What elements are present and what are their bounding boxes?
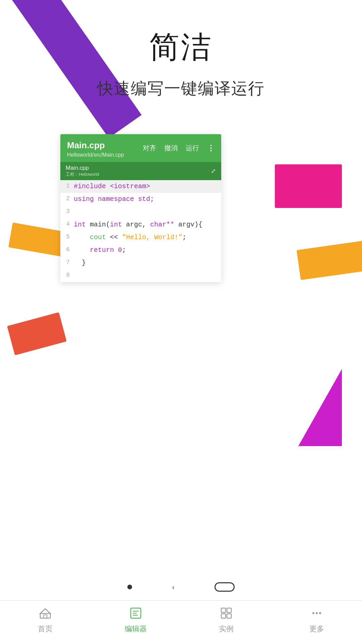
editor-toolbar: Main.cpp Helloworld/src/Main.cpp 对齐 撤消 运… <box>60 134 221 162</box>
svg-point-12 <box>319 612 321 614</box>
editor-card: Main.cpp Helloworld/src/Main.cpp 对齐 撤消 运… <box>60 134 221 282</box>
run-button[interactable]: 运行 <box>186 144 199 153</box>
tab-filename: Main.cpp <box>66 165 99 171</box>
nav-label-more: 更多 <box>309 624 324 634</box>
code-line-8: 8 <box>60 269 221 282</box>
code-area: 1 #include <iostream> 2 using namespace … <box>60 180 221 282</box>
code-line-7: 7 } <box>60 257 221 269</box>
code-line-6: 6 return 0; <box>60 244 221 257</box>
svg-rect-6 <box>221 608 226 612</box>
more-button[interactable]: ⋮ <box>207 144 215 153</box>
system-dot <box>127 585 132 589</box>
code-line-3: 3 <box>60 206 221 218</box>
nav-label-examples: 实例 <box>219 624 234 634</box>
svg-rect-0 <box>40 613 50 618</box>
svg-rect-7 <box>227 608 231 612</box>
nav-label-editor: 编辑器 <box>125 624 147 634</box>
code-line-1: 1 #include <iostream> <box>60 180 221 193</box>
examples-icon <box>218 604 235 622</box>
system-home[interactable] <box>215 582 235 592</box>
svg-point-11 <box>316 612 318 614</box>
deco-orange-right-strip <box>297 240 362 280</box>
svg-rect-1 <box>44 615 47 618</box>
svg-rect-8 <box>221 614 226 618</box>
bottom-nav: 首页 编辑器 实例 <box>0 600 362 644</box>
nav-item-more[interactable]: 更多 <box>300 604 334 634</box>
more-nav-icon <box>308 604 325 622</box>
nav-label-home: 首页 <box>38 624 53 634</box>
editor-file-title: Main.cpp <box>67 140 124 151</box>
system-back[interactable]: ‹ <box>172 583 175 591</box>
system-bar: ‹ <box>0 577 362 597</box>
undo-button[interactable]: 撤消 <box>164 144 178 153</box>
nav-item-home[interactable]: 首页 <box>28 604 62 634</box>
editor-icon <box>127 604 144 622</box>
editor-file-path: Helloworld/src/Main.cpp <box>67 152 124 158</box>
svg-rect-9 <box>227 614 231 618</box>
editor-tab-bar: Main.cpp 工程：Helloworld ⤢ <box>60 162 221 180</box>
align-button[interactable]: 对齐 <box>143 144 156 153</box>
expand-button[interactable]: ⤢ <box>211 167 216 175</box>
svg-point-10 <box>312 612 314 614</box>
nav-item-editor[interactable]: 编辑器 <box>119 604 153 634</box>
code-line-5: 5 cout << "Hello, World!"; <box>60 231 221 244</box>
deco-red-shape <box>7 312 67 355</box>
home-icon <box>37 604 54 622</box>
deco-magenta-triangle <box>298 369 342 446</box>
page-subtitle: 快速编写一键编译运行 <box>0 78 362 99</box>
code-line-4: 4 int main(int argc, char** argv){ <box>60 218 221 231</box>
tab-project: 工程：Helloworld <box>66 171 99 177</box>
code-line-2: 2 using namespace std; <box>60 193 221 206</box>
page-title: 简洁 <box>0 0 362 68</box>
nav-item-examples[interactable]: 实例 <box>209 604 243 634</box>
deco-pink-rectangle <box>275 164 342 208</box>
